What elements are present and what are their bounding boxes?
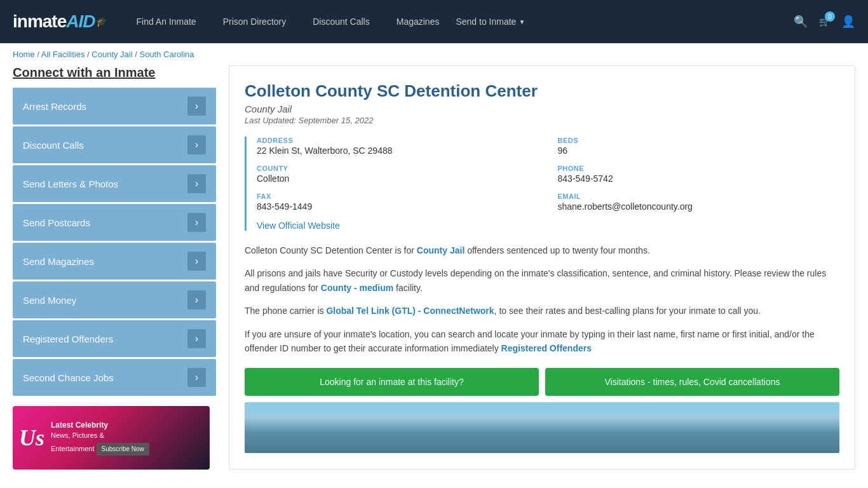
arrow-icon: ›: [187, 174, 206, 193]
desc2-link[interactable]: County - medium: [321, 283, 393, 293]
arrow-icon: ›: [187, 97, 206, 116]
search-icon[interactable]: 🔍: [794, 15, 808, 29]
breadcrumb-county-jail[interactable]: County Jail: [92, 50, 132, 59]
sidebar-item-label: Second Chance Jobs: [23, 372, 114, 383]
ad-line2: News, Pictures &: [51, 431, 104, 439]
nav-find-inmate[interactable]: Find An Inmate: [126, 11, 206, 32]
find-inmate-button[interactable]: Looking for an inmate at this facility?: [245, 368, 539, 396]
arrow-icon: ›: [187, 213, 206, 232]
logo[interactable]: inmateAID 🎓: [13, 11, 107, 32]
last-updated: Last Updated: September 15, 2022: [245, 116, 839, 125]
sidebar-item-arrest-records[interactable]: Arrest Records ›: [13, 88, 216, 125]
sidebar-item-label: Send Postcards: [23, 217, 90, 228]
breadcrumb-all-facilities[interactable]: All Facilities: [41, 50, 85, 59]
sidebar-item-label: Send Money: [23, 295, 76, 306]
county-block: COUNTY Colleton: [257, 165, 539, 184]
desc3-pre: The phone carrier is: [245, 306, 326, 316]
facility-type: County Jail: [245, 104, 839, 114]
fax-value: 843-549-1449: [257, 201, 539, 212]
user-icon[interactable]: 👤: [841, 15, 855, 29]
ad-text: Latest Celebrity News, Pictures & Entert…: [51, 420, 149, 456]
main-container: Connect with an Inmate Arrest Records › …: [0, 65, 868, 470]
sidebar-item-label: Registered Offenders: [23, 334, 113, 344]
arrow-icon: ›: [187, 252, 206, 271]
nav-prison-directory[interactable]: Prison Directory: [213, 11, 297, 32]
phone-label: PHONE: [558, 165, 840, 172]
address-value: 22 Klein St, Walterboro, SC 29488: [257, 146, 539, 156]
phone-value: 843-549-5742: [558, 173, 840, 184]
ad-line3: Entertainment: [51, 445, 94, 452]
sidebar-item-label: Send Letters & Photos: [23, 179, 118, 189]
desc3-post: , to see their rates and best-calling pl…: [494, 306, 761, 316]
facility-info-grid: ADDRESS 22 Klein St, Walterboro, SC 2948…: [245, 137, 839, 231]
nav-right: 🔍 🛒 0 👤: [794, 15, 855, 29]
fax-block: FAX 843-549-1449: [257, 193, 539, 212]
desc2-post: facility.: [393, 283, 423, 293]
sidebar-item-send-money[interactable]: Send Money ›: [13, 281, 216, 318]
sidebar-item-send-postcards[interactable]: Send Postcards ›: [13, 204, 216, 241]
desc-paragraph-1: Colleton County SC Detention Center is f…: [245, 243, 839, 257]
county-value: Colleton: [257, 173, 539, 184]
fax-label: FAX: [257, 193, 539, 200]
desc3-link[interactable]: Global Tel Link (GTL) - ConnectNetwork: [326, 306, 494, 316]
ad-line1: Latest Celebrity: [51, 421, 108, 430]
sidebar-item-second-chance-jobs[interactable]: Second Chance Jobs ›: [13, 359, 216, 396]
arrow-icon: ›: [187, 368, 206, 387]
sidebar-item-label: Arrest Records: [23, 101, 86, 112]
county-label: COUNTY: [257, 165, 539, 172]
ad-logo: Us: [19, 424, 44, 451]
facility-image-inner: [245, 402, 839, 453]
facility-content: Colleton County SC Detention Center Coun…: [229, 65, 855, 470]
phone-block: PHONE 843-549-5742: [558, 165, 840, 184]
sidebar-title: Connect with an Inmate: [13, 65, 216, 80]
facility-description: Colleton County SC Detention Center is f…: [245, 243, 839, 355]
official-link-block: View Official Website: [257, 220, 839, 231]
facility-image: [245, 402, 839, 453]
cart-icon[interactable]: 🛒 0: [819, 17, 830, 27]
desc1-post: offenders sentenced up to twenty four mo…: [465, 245, 650, 255]
desc1-link[interactable]: County Jail: [417, 245, 465, 255]
breadcrumb-home[interactable]: Home: [13, 50, 35, 59]
email-label: EMAIL: [558, 193, 840, 200]
nav-discount-calls[interactable]: Discount Calls: [302, 11, 379, 32]
sidebar: Connect with an Inmate Arrest Records › …: [13, 65, 216, 470]
sidebar-item-discount-calls[interactable]: Discount Calls ›: [13, 126, 216, 163]
desc-paragraph-3: The phone carrier is Global Tel Link (GT…: [245, 304, 839, 318]
desc-paragraph-2: All prisons and jails have Security or C…: [245, 266, 839, 295]
action-buttons: Looking for an inmate at this facility? …: [245, 368, 839, 396]
sidebar-item-send-letters[interactable]: Send Letters & Photos ›: [13, 165, 216, 202]
sidebar-item-label: Discount Calls: [23, 140, 84, 151]
visitations-button[interactable]: Visitations - times, rules, Covid cancel…: [545, 368, 839, 396]
desc4-link[interactable]: Registered Offenders: [501, 343, 592, 353]
beds-value: 96: [558, 146, 840, 156]
sidebar-item-label: Send Magazines: [23, 256, 94, 267]
cart-count: 0: [825, 11, 835, 22]
arrow-icon: ›: [187, 290, 206, 309]
address-block: ADDRESS 22 Klein St, Walterboro, SC 2948…: [257, 137, 539, 156]
nav-send-to-inmate[interactable]: Send to Inmate ▼: [456, 17, 525, 27]
beds-label: BEDS: [558, 137, 840, 144]
breadcrumb: Home / All Facilities / County Jail / So…: [0, 43, 868, 65]
nav-magazines[interactable]: Magazines: [386, 11, 450, 32]
desc-paragraph-4: If you are unsure of your inmate's locat…: [245, 327, 839, 356]
email-block: EMAIL shane.roberts@colletoncounty.org: [558, 193, 840, 212]
address-label: ADDRESS: [257, 137, 539, 144]
official-website-link[interactable]: View Official Website: [257, 220, 340, 231]
advertisement[interactable]: Us Latest Celebrity News, Pictures & Ent…: [13, 406, 210, 470]
sidebar-item-send-magazines[interactable]: Send Magazines ›: [13, 243, 216, 280]
arrow-icon: ›: [187, 329, 206, 348]
facility-title: Colleton County SC Detention Center: [245, 81, 839, 101]
sidebar-item-registered-offenders[interactable]: Registered Offenders ›: [13, 320, 216, 357]
navigation: inmateAID 🎓 Find An Inmate Prison Direct…: [0, 0, 868, 43]
nav-links: Find An Inmate Prison Directory Discount…: [126, 11, 794, 32]
beds-block: BEDS 96: [558, 137, 840, 156]
sidebar-menu: Arrest Records › Discount Calls › Send L…: [13, 88, 216, 396]
desc1-pre: Colleton County SC Detention Center is f…: [245, 245, 417, 255]
email-value: shane.roberts@colletoncounty.org: [558, 201, 840, 212]
arrow-icon: ›: [187, 135, 206, 154]
breadcrumb-state[interactable]: South Carolina: [139, 50, 194, 59]
ad-subscribe[interactable]: Subscribe Now: [97, 443, 149, 456]
